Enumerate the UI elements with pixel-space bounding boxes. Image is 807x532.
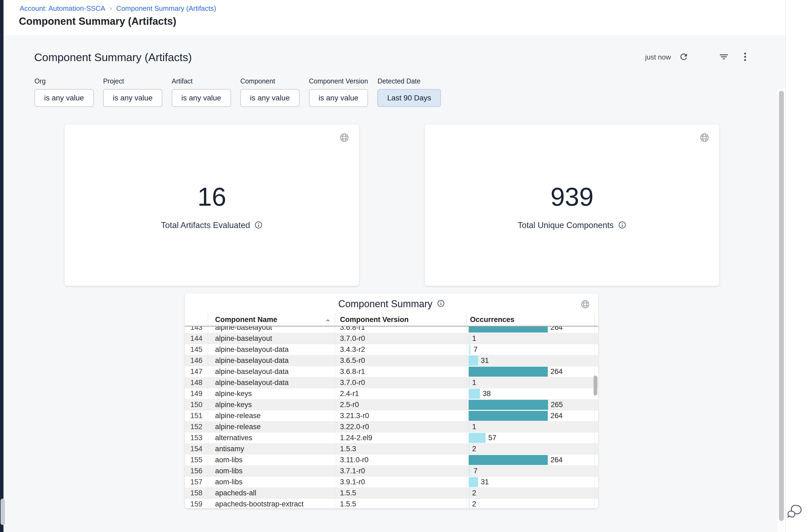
- table-row: 159 apacheds-bootstrap-extract 1.5.5 2: [185, 499, 598, 508]
- component-version-cell: 1.5.5: [335, 488, 466, 498]
- dashboard-filter: Component Version is any value: [309, 77, 368, 107]
- page-title: Component Summary (Artifacts): [19, 16, 176, 27]
- filter-value-button[interactable]: Last 90 Days: [378, 89, 441, 107]
- occurrences-cell: 2: [466, 499, 595, 508]
- component-version-cell: 3.6.8-r1: [335, 366, 466, 377]
- filter-label: Artifact: [172, 77, 231, 85]
- row-index-cell: 145: [185, 344, 208, 355]
- breadcrumb: Account: Automation-SSCA › Component Sum…: [20, 4, 216, 13]
- filter-bar: Org is any value Project is any value Ar…: [35, 77, 441, 107]
- row-index-cell: 146: [185, 355, 208, 366]
- column-header-component-version[interactable]: Component Version: [335, 314, 466, 326]
- info-icon[interactable]: [254, 221, 263, 230]
- component-version-cell: 3.22.0-r0: [335, 421, 466, 432]
- occurrence-value: 264: [551, 326, 562, 332]
- globe-icon: [580, 306, 590, 310]
- info-icon[interactable]: [618, 221, 627, 230]
- filter-value-button[interactable]: is any value: [309, 89, 368, 107]
- occurrences-cell: 2: [466, 443, 595, 454]
- column-header-component-name[interactable]: Component Name: [208, 314, 335, 326]
- occurrence-value: 1: [472, 335, 476, 343]
- table-row: 145 alpine-baselayout-data 3.4.3-r2 7: [185, 344, 598, 355]
- occurrences-cell: 2: [466, 488, 595, 498]
- component-name-cell: alpine-keys: [208, 388, 335, 399]
- component-version-cell: 3.7.0-r0: [335, 333, 466, 344]
- occurrence-bar: [469, 477, 478, 487]
- occurrence-value: 264: [551, 456, 562, 464]
- dashboard-more-actions-button[interactable]: [744, 52, 747, 62]
- table-row: 146 alpine-baselayout-data 3.6.5-r0 31: [185, 355, 598, 366]
- dashboard-filter: Detected Date Last 90 Days: [378, 77, 441, 107]
- filter-value-button[interactable]: is any value: [172, 89, 231, 107]
- row-index-cell: 148: [185, 377, 208, 388]
- table-explore-button[interactable]: [580, 299, 590, 310]
- filter-value-button[interactable]: is any value: [103, 89, 162, 107]
- filter-value-button[interactable]: is any value: [241, 89, 300, 107]
- table-row: 148 alpine-baselayout-data 3.7.0-r0 1: [185, 377, 598, 388]
- occurrences-cell: 264: [466, 366, 595, 377]
- occurrence-value: 7: [474, 467, 478, 475]
- filter-label: Org: [35, 77, 94, 85]
- sidebar-scrollbar-thumb[interactable]: [1, 499, 5, 525]
- occurrence-bar: [469, 433, 486, 443]
- occurrence-bar: [469, 345, 471, 355]
- table-scrollbar-thumb[interactable]: [594, 376, 597, 396]
- component-version-cell: 3.6.5-r0: [335, 355, 466, 366]
- component-name-cell: alpine-baselayout-data: [208, 366, 335, 377]
- filter-label: Project: [103, 77, 162, 85]
- occurrences-cell: 7: [466, 344, 595, 355]
- component-name-cell: apacheds-all: [208, 488, 335, 498]
- breadcrumb-link-account[interactable]: Account: Automation-SSCA: [20, 4, 105, 13]
- tile-total-unique-components: 939 Total Unique Components: [425, 125, 719, 286]
- table-row: 157 aom-libs 3.9.1-r0 31: [185, 477, 598, 488]
- occurrence-bar: [469, 499, 469, 509]
- chat-bubbles-icon: [787, 516, 803, 520]
- occurrence-value: 265: [551, 401, 563, 409]
- kebab-menu-icon: [744, 52, 747, 62]
- occurrence-value: 31: [481, 478, 489, 486]
- occurrence-value: 2: [472, 489, 476, 497]
- component-name-cell: alpine-release: [208, 421, 335, 432]
- table-title: Component Summary: [338, 298, 432, 310]
- tile-value: 939: [551, 184, 594, 210]
- occurrences-cell: 264: [466, 326, 595, 333]
- component-version-cell: 1.24-2.el9: [335, 432, 466, 443]
- table-row: 152 alpine-release 3.22.0-r0 1: [185, 421, 598, 432]
- occurrences-cell: 57: [466, 432, 595, 443]
- chat-support-button[interactable]: [787, 504, 803, 519]
- component-version-cell: 3.6.8-r1: [335, 326, 466, 333]
- row-index-cell: 158: [185, 488, 208, 498]
- component-version-cell: 1.5.5: [335, 499, 466, 508]
- column-header-occurrences[interactable]: Occurrences: [466, 314, 595, 326]
- occurrences-cell: 38: [466, 388, 595, 399]
- occurrence-value: 7: [474, 345, 478, 354]
- occurrences-cell: 31: [466, 477, 595, 487]
- component-version-cell: 1.5.3: [335, 443, 466, 454]
- table-row: 144 alpine-baselayout 3.7.0-r0 1: [185, 333, 598, 344]
- occurrences-cell: 1: [466, 421, 595, 432]
- row-index-cell: 157: [185, 477, 208, 487]
- row-index-cell: 155: [185, 454, 208, 465]
- occurrence-bar: [469, 411, 548, 421]
- component-name-cell: alpine-release: [208, 410, 335, 421]
- page-scrollbar-thumb[interactable]: [779, 91, 784, 521]
- occurrence-value: 38: [483, 390, 491, 398]
- table-row: 151 alpine-release 3.21.3-r0 264: [185, 410, 598, 421]
- filter-label: Component Version: [309, 77, 368, 85]
- row-index-cell: 143: [185, 326, 208, 333]
- row-index-cell: 150: [185, 399, 208, 410]
- breadcrumb-link-current[interactable]: Component Summary (Artifacts): [116, 4, 216, 13]
- info-icon[interactable]: [437, 299, 445, 308]
- occurrences-cell: 264: [466, 454, 595, 465]
- occurrence-value: 264: [551, 367, 562, 376]
- table-row: 155 aom-libs 3.11.0-r0 264: [185, 454, 598, 466]
- filter-value-button[interactable]: is any value: [35, 89, 94, 107]
- refresh-button[interactable]: [679, 52, 689, 62]
- occurrence-bar: [469, 466, 471, 476]
- dashboard-filters-toggle-button[interactable]: [719, 52, 728, 62]
- table-row: 156 aom-libs 3.7.1-r0 7: [185, 466, 598, 477]
- component-version-cell: 3.11.0-r0: [335, 454, 466, 465]
- occurrence-bar: [469, 444, 469, 454]
- filter-label: Component: [241, 77, 300, 85]
- column-header-label: Occurrences: [470, 316, 514, 324]
